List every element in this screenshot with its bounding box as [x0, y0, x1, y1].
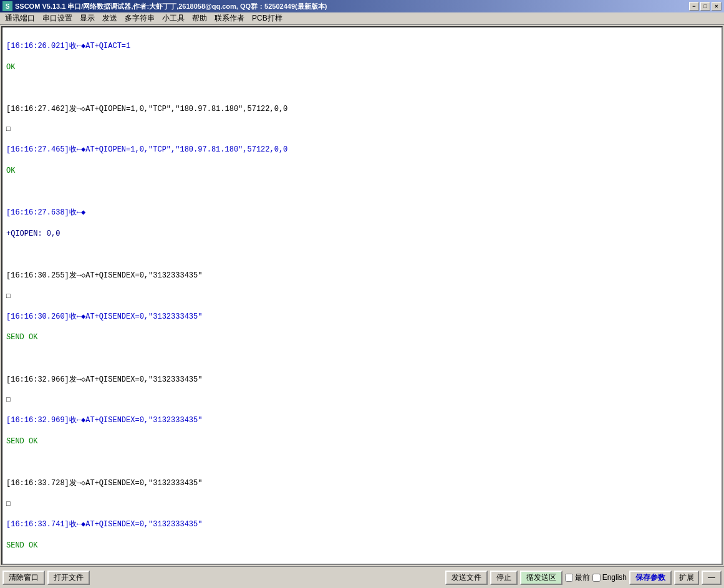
last-label: 最前 — [575, 572, 590, 583]
auto-send-button[interactable]: 循发送区 — [520, 571, 562, 585]
log-line — [6, 249, 718, 260]
log-line: OK — [6, 62, 718, 73]
open-file-button[interactable]: 打开文件 — [47, 571, 90, 585]
log-line: [16:16:30.260]收←◆AT+QISENDEX=0,"31323334… — [6, 312, 718, 322]
last-checkbox[interactable] — [565, 574, 573, 582]
log-line: [16:16:33.741]收←◆AT+QISENDEX=0,"31323334… — [6, 519, 718, 530]
log-line: □ — [6, 125, 718, 134]
maximize-button[interactable]: □ — [700, 2, 710, 11]
log-line: [16:16:27.638]收←◆ — [6, 208, 718, 218]
log-line: OK — [6, 166, 718, 176]
menu-item-通讯端口[interactable]: 通讯端口 — [1, 12, 39, 25]
log-line: □ — [6, 395, 718, 405]
log-line: SEND OK — [6, 541, 718, 551]
window-title: SSCOM V5.13.1 串口/网络数据调试器,作者:大虾丁丁,2618058… — [15, 2, 689, 11]
log-line: [16:16:26.021]收←◆AT+QIACT=1 — [6, 41, 718, 52]
send-file-button[interactable]: 发送文件 — [445, 571, 488, 585]
log-line: SEND OK — [6, 436, 718, 447]
menu-item-多字符串[interactable]: 多字符串 — [121, 12, 158, 25]
english-label: English — [602, 573, 627, 582]
clear-window-button[interactable]: 清除窗口 — [2, 571, 45, 585]
expand-button[interactable]: 扩展 — [674, 571, 699, 585]
log-line — [6, 83, 718, 94]
stop-button[interactable]: 停止 — [490, 571, 518, 585]
app-icon: S — [2, 1, 12, 11]
log-line: [16:16:33.728]发→◇AT+QISENDEX=0,"31323334… — [6, 478, 718, 489]
menu-item-联系作者[interactable]: 联系作者 — [211, 12, 248, 25]
log-line: □ — [6, 499, 718, 509]
shrink-button[interactable]: — — [702, 571, 722, 585]
menu-item-显示[interactable]: 显示 — [76, 12, 99, 25]
menu-item-发送[interactable]: 发送 — [99, 12, 121, 25]
minimize-button[interactable]: − — [689, 2, 699, 11]
log-line: SEND OK — [6, 332, 718, 343]
save-params-button[interactable]: 保存参数 — [629, 571, 672, 585]
log-line: +QIOPEN: 0,0 — [6, 229, 718, 239]
log-line: [16:16:27.465]收←◆AT+QIOPEN=1,0,"TCP","18… — [6, 145, 718, 155]
menu-item-PCB打样[interactable]: PCB打样 — [248, 12, 286, 25]
close-button[interactable]: × — [712, 2, 722, 11]
window-controls: − □ × — [689, 2, 722, 11]
english-checkbox[interactable] — [592, 574, 601, 582]
menu-item-帮助[interactable]: 帮助 — [188, 12, 211, 25]
log-line: [16:16:32.969]收←◆AT+QISENDEX=0,"31323334… — [6, 415, 718, 426]
menu-bar: 通讯端口串口设置显示发送多字符串小工具帮助联系作者PCB打样 — [0, 12, 724, 25]
log-line — [6, 458, 718, 468]
log-line — [6, 354, 718, 364]
main-area: [16:16:16.318]发→◇AT□[16:16:16.322]收←◆ATO… — [0, 25, 724, 566]
log-line — [6, 187, 718, 198]
log-line: □ — [6, 292, 718, 301]
bottom-bar: 清除窗口 打开文件 发送文件 停止 循发送区 最前 English 保存参数 扩… — [0, 566, 724, 588]
log-line: [16:16:27.462]发→◇AT+QIOPEN=1,0,"TCP","18… — [6, 104, 718, 115]
menu-item-小工具[interactable]: 小工具 — [158, 12, 188, 25]
english-checkbox-label[interactable]: English — [592, 573, 627, 582]
last-checkbox-label[interactable]: 最前 — [565, 572, 590, 583]
title-bar: S SSCOM V5.13.1 串口/网络数据调试器,作者:大虾丁丁,26180… — [0, 0, 724, 12]
menu-item-串口设置[interactable]: 串口设置 — [39, 12, 76, 25]
log-line: [16:16:30.255]发→◇AT+QISENDEX=0,"31323334… — [6, 271, 718, 281]
log-line: [16:16:32.966]发→◇AT+QISENDEX=0,"31323334… — [6, 375, 718, 385]
log-area[interactable]: [16:16:16.318]发→◇AT□[16:16:16.322]收←◆ATO… — [1, 26, 723, 565]
log-line: □ — [6, 26, 718, 31]
